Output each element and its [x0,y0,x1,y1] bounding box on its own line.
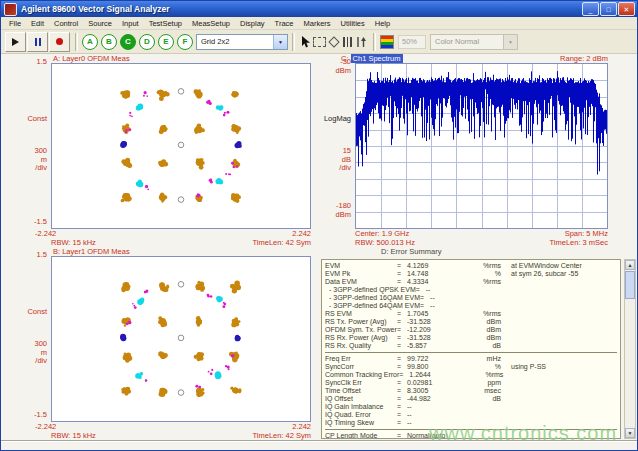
error-summary-row: Common Tracking Error=1.2644%rms [325,371,620,379]
error-summary-separator [325,352,617,353]
menu-item-source[interactable]: Source [83,19,117,28]
error-summary-row: SyncClk Err=0.02981ppm [325,379,620,387]
pane-c-plot-area [355,63,608,229]
pane-a-plot-area [51,63,311,229]
pane-a-layer0-ofdm: A: Layer0 OFDM Meas 1.5 Const 300m/div -… [1,55,317,248]
error-summary-row: Time Offset=8.3005msec [325,387,620,395]
error-summary-row: OFDM Sym. Tx. Power=-12.209dBm [325,326,620,334]
error-summary-row: IQ Quad. Error=-- [325,411,620,419]
minimize-button[interactable]: _ [582,2,599,16]
menu-item-markers[interactable]: Markers [298,19,335,28]
app-window: Agilent 89600 Vector Signal Analyzer _ □… [0,0,638,451]
watermark: www.cntronics.com [429,422,617,445]
toolbar-separator [292,33,295,51]
pointer-tool-button[interactable] [299,34,312,50]
pane-c-y-scale: 15dB/div [319,147,351,173]
menu-item-input[interactable]: Input [117,19,144,28]
app-icon [4,3,17,16]
constellation-b-canvas [52,257,310,421]
error-summary-row: EVM Pk=14.748%at sym 26, subcar -55 [325,270,620,278]
menu-item-edit[interactable]: Edit [26,19,49,28]
record-icon [56,38,63,45]
chevron-down-icon[interactable]: ▼ [273,35,287,49]
menu-item-testsetup[interactable]: TestSetup [144,19,187,28]
trace-button-c[interactable]: C [120,34,136,50]
error-summary-row: RS EVM=1.7045%rms [325,310,620,318]
pane-a-y-max: 1.5 [13,58,47,67]
error-summary-row: RS Rx. Quality=-5.857dB [325,342,620,350]
pane-b-y-axis-label: Const [13,308,47,317]
play-button[interactable] [5,32,26,52]
menu-item-file[interactable]: File [4,19,26,28]
error-summary-scrollbar[interactable]: ▲ ▼ [624,259,636,439]
menu-item-display[interactable]: Display [235,19,270,28]
zoom-level-select[interactable]: 50% [398,35,426,49]
color-mode-value: Color Normal [435,37,479,46]
pane-c-spectrum: C: Ch1 Spectrum Range: 2 dBm -30dBm LogM… [317,55,638,248]
pointer-icon [301,36,311,48]
menu-item-trace[interactable]: Trace [270,19,299,28]
spectrum-canvas [356,64,607,228]
toolbar: ABCDEF Grid 2x2 ▼ 50% Color Normal ▼ [1,30,637,54]
error-summary-row: Data EVM=4.3334%rms [325,278,620,286]
error-summary-row: EVM=4.1269%rmsat EVMWindow Center [325,262,620,270]
trace-button-b[interactable]: B [101,34,117,50]
pane-a-timelen: TimeLen: 42 Sym [191,239,311,248]
zoom-select-tool-button[interactable] [313,34,326,50]
error-summary-row: - 3GPP-defined 16QAM EVM=-- [325,294,620,302]
pause-button[interactable] [27,32,48,52]
pane-d-title: D: Error Summary [381,248,441,257]
pane-b-y-min: -1.5 [13,411,47,420]
menu-item-control[interactable]: Control [49,19,83,28]
grid-layout-value: Grid 2x2 [201,37,229,46]
maximize-button[interactable]: □ [600,2,617,16]
grid-layout-select[interactable]: Grid 2x2 ▼ [196,34,288,50]
trace-button-e[interactable]: E [158,34,174,50]
trace-button-f[interactable]: F [177,34,193,50]
close-button[interactable]: ✕ [618,2,635,16]
error-summary-row: IQ Gain Imbalance=-- [325,403,620,411]
pane-a-y-min: -1.5 [13,218,47,227]
marker-arrow-icon [356,36,367,48]
error-summary-row: RS Tx. Power (Avg)=-31.528dBm [325,318,620,326]
pane-c-y-axis-label: LogMag [319,115,351,124]
window-title: Agilent 89600 Vector Signal Analyzer [21,4,581,14]
scrollbar-thumb[interactable] [625,271,635,299]
constellation-a-canvas [52,64,310,228]
scroll-down-icon[interactable]: ▼ [625,428,635,438]
pane-a-y-scale: 300m/div [13,147,47,173]
chevron-down-icon[interactable]: ▼ [503,35,517,49]
menu-item-help[interactable]: Help [370,19,395,28]
record-button[interactable] [49,32,70,52]
pane-b-layer1-ofdm: B: Layer1 OFDM Meas 1.5 Const 300m/div -… [1,248,317,441]
pane-c-center-rbw: Center: 1.9 GHzRBW: 500.013 Hz [355,230,415,247]
menu-item-utilities[interactable]: Utilities [336,19,370,28]
error-summary-row: - 3GPP-defined 64QAM EVM=-- [325,302,620,310]
trace-button-d[interactable]: D [139,34,155,50]
trace-button-group: ABCDEF [82,34,196,50]
error-summary-row: - 3GPP-defined QPSK EVM=-- [325,286,620,294]
error-summary-row: IQ Offset=-44.982dB [325,395,620,403]
toolbar-separator [373,33,376,51]
band-marker-tool-button[interactable] [341,34,354,50]
band-bars-icon [343,37,352,47]
error-summary-row: Freq Err=99.722mHz [325,355,620,363]
scroll-up-icon[interactable]: ▲ [625,260,635,270]
trace-button-a[interactable]: A [82,34,98,50]
menu-item-meassetup[interactable]: MeasSetup [187,19,235,28]
diamond-marker-icon [328,36,339,47]
toolbar-separator [75,33,78,51]
pause-icon [35,38,41,46]
offset-marker-tool-button[interactable] [355,34,368,50]
pane-c-span-timelen: Span: 5 MHzTimeLen: 3 mSec [495,230,608,247]
play-icon [12,38,19,46]
pane-a-y-axis-label: Const [13,115,47,124]
title-bar[interactable]: Agilent 89600 Vector Signal Analyzer _ □… [1,1,637,17]
pane-b-y-scale: 300m/div [13,340,47,366]
marker-tool-button[interactable] [327,34,340,50]
menu-bar: FileEditControlSourceInputTestSetupMeasS… [1,17,637,30]
pane-b-plot-area [51,256,311,422]
selection-rect-icon [313,37,326,47]
color-mode-select[interactable]: Color Normal ▼ [430,34,518,50]
pane-d-error-summary: D: Error Summary EVM=4.1269%rmsat EVMWin… [317,248,638,441]
